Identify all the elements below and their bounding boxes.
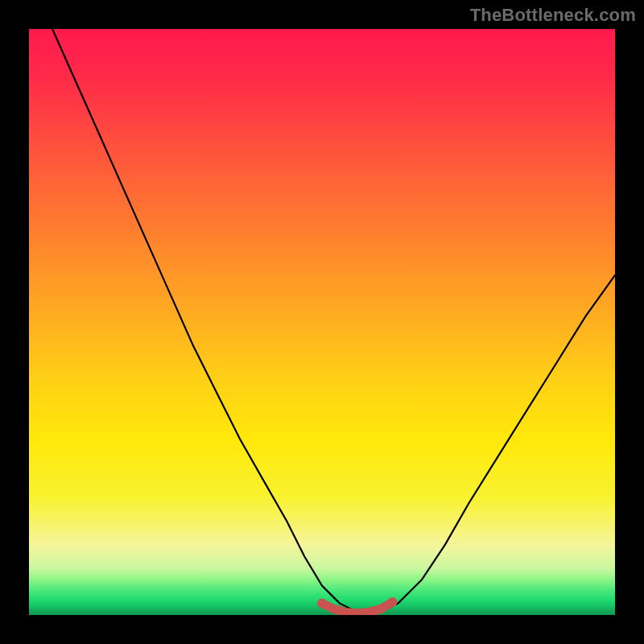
watermark-text: TheBottleneck.com	[470, 5, 636, 26]
curve-layer	[29, 29, 615, 615]
chart-frame: TheBottleneck.com	[0, 0, 644, 644]
plot-area	[29, 29, 615, 615]
optimal-range-marker	[322, 602, 392, 613]
bottleneck-curve	[52, 29, 615, 614]
marker-dot-right	[387, 597, 397, 607]
marker-dot-left	[317, 598, 327, 608]
